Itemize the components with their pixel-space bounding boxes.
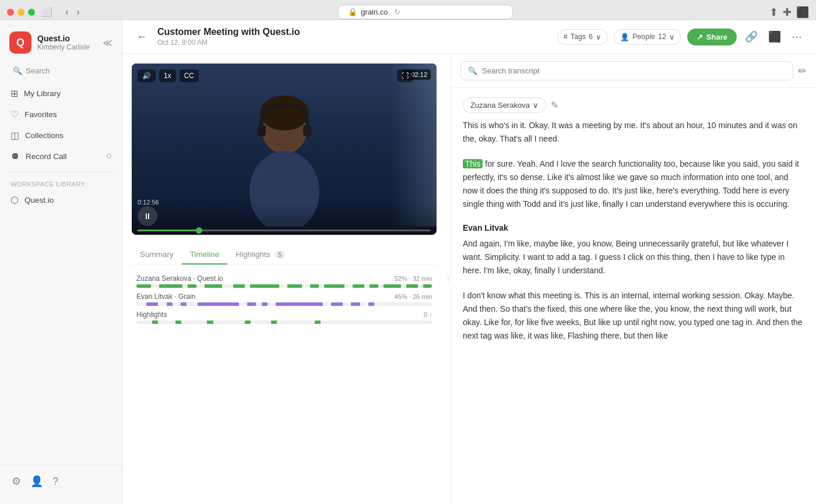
forward-nav-button[interactable]: › (74, 7, 82, 17)
transcript-text-zuzana: This is who's in it. Okay. It was a meet… (463, 119, 804, 146)
sidebar-search-label: Search (26, 66, 50, 75)
timeline-speaker-pct: 45% · 26 min (395, 293, 432, 300)
layers-icon: ◫ (10, 130, 19, 141)
share-button[interactable]: ↗ Share (687, 29, 737, 45)
sidebar-item-collections[interactable]: ◫ Collections (5, 125, 117, 146)
tab-timeline[interactable]: Timeline (182, 245, 228, 265)
fullscreen-button[interactable]: ⛶ (397, 69, 413, 82)
sidebar-item-questio[interactable]: ⬡ Quest.io (5, 190, 117, 210)
layers-button[interactable]: ⬛ (766, 28, 783, 45)
people-button[interactable]: 👤 People 12 ∨ (614, 29, 681, 45)
tab-summary[interactable]: Summary (132, 245, 182, 265)
timeline-speaker-name: Evan Litvak · Grain (136, 292, 195, 301)
library-icon: ⊞ (10, 88, 18, 99)
timeline-speaker-pct: 52% · 32 min (395, 275, 432, 282)
speed-label: 1x (164, 72, 171, 80)
edit-speaker-button[interactable]: ✎ (551, 100, 558, 111)
fullscreen-button[interactable] (28, 9, 35, 16)
more-options-button[interactable]: ⋯ (789, 28, 804, 45)
timeline-bar-zuzana[interactable] (136, 284, 432, 288)
app-container: Q Quest.io Kimberly Carlisle ≪ 🔍 Search … (0, 20, 816, 504)
chevron-down-icon: ∨ (669, 33, 675, 41)
svg-point-1 (260, 96, 309, 131)
content-split: 🔊 1x CC 1:02:12 0:12:56 ⏸ (122, 54, 816, 504)
volume-button[interactable]: 🔊 (138, 69, 156, 82)
link-button[interactable]: 🔗 (743, 28, 760, 45)
chevron-right-icon: › (430, 311, 432, 319)
brand-name: Quest.io (37, 34, 90, 43)
url-text: grain.co (361, 8, 388, 16)
video-person (132, 64, 437, 227)
transcript-search-input[interactable] (482, 66, 786, 75)
share-browser-icon[interactable]: ⬆ (769, 6, 778, 19)
transcript-search-box[interactable]: 🔍 (460, 61, 793, 80)
tags-count: 6 (589, 33, 593, 41)
speaker-name-evan: Evan Litvak (463, 223, 804, 232)
sidebar-item-label: Favorites (24, 110, 57, 119)
back-nav-button[interactable]: ‹ (63, 7, 71, 17)
timeline-bar-evan[interactable] (136, 302, 432, 306)
edit-transcript-button[interactable]: ✏ (798, 65, 807, 77)
timeline-row-highlights: Highlights 0 › (132, 308, 437, 326)
sidebar-brand: Q Quest.io Kimberly Carlisle ≪ (0, 27, 122, 63)
speed-button[interactable]: 1x (159, 69, 176, 82)
new-tab-icon[interactable]: ✚ (783, 6, 792, 19)
header-actions: # Tags 6 ∨ 👤 People 12 ∨ ↗ Share 🔗 ⬛ ⋯ (557, 28, 804, 45)
sidebar: Q Quest.io Kimberly Carlisle ≪ 🔍 Search … (0, 20, 122, 504)
progress-dot (196, 227, 202, 234)
building-icon: ⬡ (10, 195, 19, 206)
video-progress-bar[interactable] (138, 230, 431, 231)
sidebar-footer: ⚙ 👤 ? (0, 465, 122, 497)
transcript-text-evan-2: I don't know what this meeting is. This … (463, 289, 804, 343)
traffic-lights (7, 9, 35, 16)
workspace-nav: ⬡ Quest.io (0, 190, 122, 210)
sidebar-right-icon[interactable]: ⬛ (796, 6, 809, 19)
resize-handle[interactable] (446, 54, 451, 504)
tags-button[interactable]: # Tags 6 ∨ (557, 29, 608, 45)
sidebar-item-record-call[interactable]: ⏺ Record Call (5, 146, 117, 166)
share-icon: ↗ (697, 33, 703, 41)
brand-text: Quest.io Kimberly Carlisle (37, 34, 90, 51)
settings-button[interactable]: ⚙ (9, 473, 23, 490)
help-button[interactable]: ? (50, 473, 61, 490)
highlight-word: This (463, 159, 483, 168)
speaker-chip-zuzana[interactable]: Zuzana Serakova ∨ (463, 97, 546, 113)
svg-rect-4 (303, 125, 311, 136)
heart-icon: ♡ (10, 109, 19, 120)
sidebar-item-favorites[interactable]: ♡ Favorites (5, 104, 117, 125)
sidebar-item-my-library[interactable]: ⊞ My Library (5, 83, 117, 104)
sidebar-toggle-button[interactable]: ⬜ (41, 6, 52, 17)
workspace-label: Workspace Library (0, 178, 122, 190)
progress-fill (138, 230, 199, 231)
record-status-dot (107, 154, 111, 158)
address-bar[interactable]: 🔒 grain.co ↻ (338, 5, 513, 19)
speaker-header-zuzana: Zuzana Serakova ∨ ✎ (463, 97, 804, 113)
sidebar-collapse-button[interactable]: ≪ (103, 37, 112, 48)
timeline-bar-highlights[interactable] (136, 320, 432, 324)
sidebar-item-label: My Library (24, 89, 61, 98)
back-button[interactable]: ← (134, 29, 149, 45)
minimize-button[interactable] (17, 9, 24, 16)
share-label: Share (706, 33, 727, 41)
chevron-down-icon: ∨ (596, 33, 602, 41)
tabs-row: Summary Timeline Highlights 5 (132, 239, 437, 265)
brand-logo: Q (9, 31, 31, 54)
highlights-count: 0 (424, 311, 427, 318)
transcript-panel: 🔍 ✏ Zuzana Serakova ∨ ✎ (451, 54, 816, 504)
pause-button[interactable]: ⏸ (138, 206, 157, 226)
video-controls-overlay: 🔊 1x CC (138, 69, 199, 82)
sidebar-search-button[interactable]: 🔍 Search (7, 63, 115, 79)
tags-label: Tags (571, 33, 586, 41)
meeting-date: Oct 12, 9:00 AM (157, 38, 549, 47)
search-icon: 🔍 (468, 66, 477, 75)
tab-highlights[interactable]: Highlights 5 (227, 245, 293, 265)
speaker-name-chip: Zuzana Serakova (470, 101, 530, 110)
timeline-panel: Zuzana Serakova · Quest.io 52% · 32 min (132, 265, 437, 326)
meeting-info: Customer Meeting with Quest.io Oct 12, 9… (157, 27, 549, 47)
timeline-highlights-name: Highlights (136, 311, 167, 319)
close-button[interactable] (7, 9, 14, 16)
people-button[interactable]: 👤 (28, 473, 45, 490)
captions-button[interactable]: CC (180, 69, 199, 82)
browser-actions: ⬆ ✚ ⬛ (769, 6, 809, 19)
people-label: People (632, 33, 655, 41)
